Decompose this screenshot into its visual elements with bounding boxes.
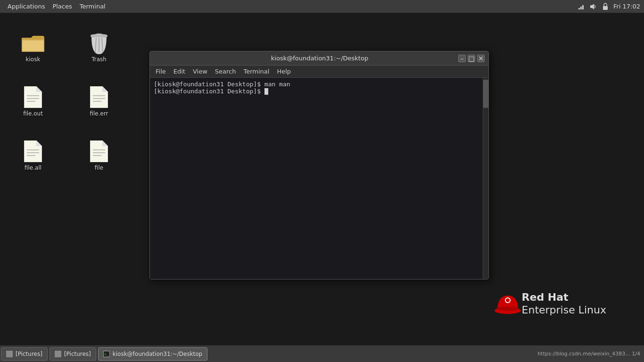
desktop-icon-file-all[interactable]: file.all (12, 138, 54, 173)
terminal-menu-file[interactable]: File (152, 67, 170, 76)
file-icon (88, 140, 110, 163)
desktop-icon-file-err[interactable]: file.err (78, 84, 120, 119)
svg-text:>_: >_ (104, 353, 108, 356)
desktop-icon-label-file: file (95, 165, 103, 171)
file-icon-all (22, 140, 44, 163)
desktop-icon-kiosk[interactable]: kiosk (12, 30, 54, 65)
terminal-small-icon: >_ (103, 351, 110, 357)
minimize-button[interactable]: – (458, 55, 466, 62)
taskbar-item-terminal[interactable]: >_ kiosk@foundation31:~/Desktop (98, 347, 207, 361)
terminal-content[interactable]: [kiosk@foundation31 Desktop]$ man man [k… (150, 78, 483, 279)
close-button[interactable]: ✕ (477, 55, 485, 62)
taskbar-label-pictures-2: [Pictures] (64, 351, 91, 357)
volume-icon[interactable] (589, 2, 597, 11)
redhat-hat-graphic: Red Hat Enterprise Linux (494, 291, 606, 317)
terminal-window: kiosk@foundation31:~/Desktop – □ ✕ File … (149, 51, 489, 280)
terminal-cursor (264, 88, 268, 95)
svg-point-38 (506, 298, 510, 302)
terminal-line-2: [kiosk@foundation31 Desktop]$ (154, 88, 479, 95)
file-icon-err (88, 86, 110, 108)
maximize-button[interactable]: □ (468, 55, 475, 62)
network-icon[interactable] (577, 2, 585, 11)
terminal-menubar: File Edit View Search Terminal Help (150, 66, 488, 78)
terminal-scrollbar[interactable] (483, 78, 488, 279)
terminal-body: [kiosk@foundation31 Desktop]$ man man [k… (150, 78, 488, 279)
top-taskbar: Applications Places Terminal Fri 17:02 (0, 0, 644, 13)
folder-small-icon-1 (6, 351, 13, 357)
desktop-icon-label-file-all: file.all (25, 165, 41, 171)
terminal-menu-terminal[interactable]: Terminal (239, 67, 273, 76)
desktop-icon-label-file-out: file.out (23, 110, 43, 117)
terminal-scroll-thumb[interactable] (483, 80, 488, 108)
taskbar-label-pictures-1: [Pictures] (16, 351, 42, 357)
svg-rect-1 (580, 7, 582, 9)
taskbar-right-info: https://blog.csdn.me/weixin_4383... 1/4 (537, 351, 644, 357)
taskbar-label-terminal: kiosk@foundation31:~/Desktop (113, 351, 202, 357)
terminal-menu-edit[interactable]: Edit (170, 67, 189, 76)
terminal-titlebar: kiosk@foundation31:~/Desktop – □ ✕ (150, 51, 488, 66)
terminal-window-buttons: – □ ✕ (457, 55, 485, 62)
redhat-subtitle: Enterprise Linux (522, 304, 606, 316)
desktop-icon-file-out[interactable]: file.out (12, 84, 54, 119)
svg-rect-4 (603, 6, 608, 10)
file-icon-out (22, 86, 44, 108)
desktop-icon-label-trash: Trash (91, 56, 107, 63)
taskbar-item-pictures-2[interactable]: [Pictures] (50, 347, 96, 361)
redhat-title: Red Hat (522, 291, 606, 304)
svg-rect-8 (23, 41, 43, 51)
svg-marker-3 (590, 4, 594, 9)
svg-rect-2 (582, 5, 584, 9)
terminal-line-1: [kiosk@foundation31 Desktop]$ man man (154, 81, 479, 88)
taskbar-item-pictures-1[interactable]: [Pictures] (1, 347, 48, 361)
clock: Fri 17:02 (613, 3, 640, 10)
desktop-icon-trash[interactable]: Trash (78, 30, 120, 65)
terminal-menu-help[interactable]: Help (273, 67, 295, 76)
terminal-menu-search[interactable]: Search (211, 67, 240, 76)
folder-small-icon-2 (55, 351, 61, 357)
redhat-logo: Red Hat Enterprise Linux (494, 291, 606, 317)
lock-icon[interactable] (601, 2, 610, 11)
terminal-title: kiosk@foundation31:~/Desktop (182, 55, 457, 62)
bottom-taskbar: [Pictures] [Pictures] >_ kiosk@foundatio… (0, 345, 644, 362)
desktop: kiosk Trash (0, 13, 644, 345)
svg-marker-17 (36, 86, 42, 92)
desktop-icon-file[interactable]: file (78, 138, 120, 173)
menu-places[interactable]: Places (49, 2, 75, 11)
menu-terminal[interactable]: Terminal (76, 2, 109, 11)
svg-rect-0 (578, 8, 580, 9)
trash-icon (88, 32, 110, 54)
desktop-icon-label-kiosk: kiosk (26, 56, 41, 63)
terminal-menu-view[interactable]: View (189, 67, 211, 76)
svg-marker-22 (102, 86, 108, 92)
desktop-icon-label-file-err: file.err (90, 110, 108, 117)
menu-applications[interactable]: Applications (4, 2, 49, 11)
folder-icon (22, 32, 44, 54)
svg-point-15 (91, 34, 107, 37)
